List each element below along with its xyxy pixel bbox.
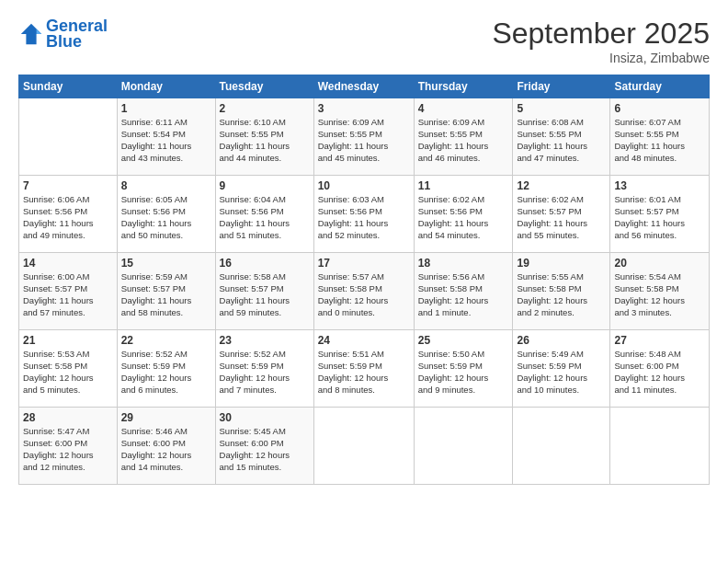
day-number: 11 — [418, 178, 509, 193]
calendar-header-row: SundayMondayTuesdayWednesdayThursdayFrid… — [19, 75, 710, 98]
day-number: 27 — [614, 333, 705, 348]
day-number: 22 — [121, 333, 211, 348]
day-number: 7 — [23, 178, 113, 193]
calendar-cell: 30Sunrise: 5:45 AM Sunset: 6:00 PM Dayli… — [215, 408, 313, 485]
calendar-week-row: 1Sunrise: 6:11 AM Sunset: 5:54 PM Daylig… — [19, 98, 710, 176]
calendar-cell: 10Sunrise: 6:03 AM Sunset: 5:56 PM Dayli… — [313, 176, 414, 253]
day-number: 6 — [614, 101, 705, 116]
day-number: 21 — [23, 333, 113, 348]
day-number: 5 — [517, 101, 606, 116]
calendar-cell: 29Sunrise: 5:46 AM Sunset: 6:00 PM Dayli… — [117, 408, 215, 485]
calendar-week-row: 21Sunrise: 5:53 AM Sunset: 5:58 PM Dayli… — [19, 330, 710, 408]
calendar-cell — [513, 408, 610, 485]
day-number: 18 — [418, 256, 509, 270]
calendar-cell: 13Sunrise: 6:01 AM Sunset: 5:57 PM Dayli… — [610, 176, 710, 253]
day-number: 12 — [517, 178, 606, 193]
day-number: 1 — [121, 101, 211, 116]
day-number: 13 — [614, 178, 705, 193]
logo-text: General Blue — [46, 17, 108, 52]
logo-icon — [18, 21, 44, 47]
calendar-cell: 9Sunrise: 6:04 AM Sunset: 5:56 PM Daylig… — [215, 176, 313, 253]
day-info: Sunrise: 6:07 AM Sunset: 5:55 PM Dayligh… — [614, 117, 705, 164]
calendar-cell: 18Sunrise: 5:56 AM Sunset: 5:58 PM Dayli… — [414, 253, 513, 330]
day-info: Sunrise: 5:53 AM Sunset: 5:58 PM Dayligh… — [23, 349, 113, 396]
calendar-cell: 21Sunrise: 5:53 AM Sunset: 5:58 PM Dayli… — [19, 330, 118, 408]
day-info: Sunrise: 5:52 AM Sunset: 5:59 PM Dayligh… — [121, 349, 211, 396]
page: General Blue September 2025 Insiza, Zimb… — [0, 0, 728, 494]
calendar-cell: 20Sunrise: 5:54 AM Sunset: 5:58 PM Dayli… — [610, 253, 710, 330]
weekday-header-friday: Friday — [513, 75, 610, 98]
calendar-week-row: 14Sunrise: 6:00 AM Sunset: 5:57 PM Dayli… — [19, 253, 710, 330]
day-info: Sunrise: 5:57 AM Sunset: 5:58 PM Dayligh… — [318, 271, 410, 318]
day-info: Sunrise: 5:58 AM Sunset: 5:57 PM Dayligh… — [220, 271, 310, 318]
day-number: 3 — [318, 101, 410, 116]
day-number: 26 — [517, 333, 606, 348]
calendar-cell: 16Sunrise: 5:58 AM Sunset: 5:57 PM Dayli… — [215, 253, 313, 330]
day-number: 4 — [418, 101, 509, 116]
calendar-cell: 26Sunrise: 5:49 AM Sunset: 5:59 PM Dayli… — [513, 330, 610, 408]
day-number: 15 — [121, 256, 211, 270]
day-info: Sunrise: 5:45 AM Sunset: 6:00 PM Dayligh… — [220, 426, 310, 473]
logo: General Blue — [18, 17, 108, 52]
day-number: 20 — [614, 256, 705, 270]
calendar-cell: 22Sunrise: 5:52 AM Sunset: 5:59 PM Dayli… — [117, 330, 215, 408]
day-info: Sunrise: 6:02 AM Sunset: 5:56 PM Dayligh… — [418, 194, 509, 241]
calendar-cell: 28Sunrise: 5:47 AM Sunset: 6:00 PM Dayli… — [19, 408, 118, 485]
weekday-header-tuesday: Tuesday — [215, 75, 313, 98]
day-info: Sunrise: 6:10 AM Sunset: 5:55 PM Dayligh… — [220, 117, 310, 164]
day-info: Sunrise: 6:02 AM Sunset: 5:57 PM Dayligh… — [517, 194, 606, 241]
calendar-cell: 15Sunrise: 5:59 AM Sunset: 5:57 PM Dayli… — [117, 253, 215, 330]
day-number: 8 — [121, 178, 211, 193]
day-info: Sunrise: 5:59 AM Sunset: 5:57 PM Dayligh… — [121, 271, 211, 318]
day-info: Sunrise: 5:47 AM Sunset: 6:00 PM Dayligh… — [23, 426, 113, 473]
title-block: September 2025 Insiza, Zimbabwe — [492, 17, 710, 65]
calendar-table: SundayMondayTuesdayWednesdayThursdayFrid… — [18, 75, 710, 485]
calendar-week-row: 28Sunrise: 5:47 AM Sunset: 6:00 PM Dayli… — [19, 408, 710, 485]
day-info: Sunrise: 5:52 AM Sunset: 5:59 PM Dayligh… — [220, 349, 310, 396]
day-number: 25 — [418, 333, 509, 348]
calendar-cell: 25Sunrise: 5:50 AM Sunset: 5:59 PM Dayli… — [414, 330, 513, 408]
weekday-header-saturday: Saturday — [610, 75, 710, 98]
calendar-cell: 27Sunrise: 5:48 AM Sunset: 6:00 PM Dayli… — [610, 330, 710, 408]
day-number: 17 — [318, 256, 410, 270]
day-info: Sunrise: 5:51 AM Sunset: 5:59 PM Dayligh… — [318, 349, 410, 396]
calendar-cell: 24Sunrise: 5:51 AM Sunset: 5:59 PM Dayli… — [313, 330, 414, 408]
calendar-cell: 23Sunrise: 5:52 AM Sunset: 5:59 PM Dayli… — [215, 330, 313, 408]
day-number: 9 — [220, 178, 310, 193]
calendar-week-row: 7Sunrise: 6:06 AM Sunset: 5:56 PM Daylig… — [19, 176, 710, 253]
weekday-header-monday: Monday — [117, 75, 215, 98]
day-info: Sunrise: 5:54 AM Sunset: 5:58 PM Dayligh… — [614, 271, 705, 318]
calendar-cell: 5Sunrise: 6:08 AM Sunset: 5:55 PM Daylig… — [513, 98, 610, 176]
day-number: 23 — [220, 333, 310, 348]
day-number: 19 — [517, 256, 606, 270]
day-info: Sunrise: 6:01 AM Sunset: 5:57 PM Dayligh… — [614, 194, 705, 241]
calendar-cell: 7Sunrise: 6:06 AM Sunset: 5:56 PM Daylig… — [19, 176, 118, 253]
day-number: 14 — [23, 256, 113, 270]
calendar-cell: 8Sunrise: 6:05 AM Sunset: 5:56 PM Daylig… — [117, 176, 215, 253]
header: General Blue September 2025 Insiza, Zimb… — [18, 17, 710, 65]
day-info: Sunrise: 6:05 AM Sunset: 5:56 PM Dayligh… — [121, 194, 211, 241]
day-number: 29 — [121, 410, 211, 425]
day-info: Sunrise: 5:46 AM Sunset: 6:00 PM Dayligh… — [121, 426, 211, 473]
day-number: 16 — [220, 256, 310, 270]
day-info: Sunrise: 5:49 AM Sunset: 5:59 PM Dayligh… — [517, 349, 606, 396]
calendar-cell: 17Sunrise: 5:57 AM Sunset: 5:58 PM Dayli… — [313, 253, 414, 330]
calendar-cell — [414, 408, 513, 485]
day-info: Sunrise: 5:56 AM Sunset: 5:58 PM Dayligh… — [418, 271, 509, 318]
month-title: September 2025 — [492, 17, 710, 51]
day-info: Sunrise: 6:09 AM Sunset: 5:55 PM Dayligh… — [418, 117, 509, 164]
calendar-cell: 12Sunrise: 6:02 AM Sunset: 5:57 PM Dayli… — [513, 176, 610, 253]
day-info: Sunrise: 6:11 AM Sunset: 5:54 PM Dayligh… — [121, 117, 211, 164]
calendar-cell: 1Sunrise: 6:11 AM Sunset: 5:54 PM Daylig… — [117, 98, 215, 176]
day-number: 2 — [220, 101, 310, 116]
calendar-cell: 19Sunrise: 5:55 AM Sunset: 5:58 PM Dayli… — [513, 253, 610, 330]
calendar-cell — [19, 98, 118, 176]
day-number: 10 — [318, 178, 410, 193]
day-info: Sunrise: 6:03 AM Sunset: 5:56 PM Dayligh… — [318, 194, 410, 241]
day-info: Sunrise: 5:48 AM Sunset: 6:00 PM Dayligh… — [614, 349, 705, 396]
day-info: Sunrise: 6:09 AM Sunset: 5:55 PM Dayligh… — [318, 117, 410, 164]
weekday-header-sunday: Sunday — [19, 75, 118, 98]
calendar-cell — [313, 408, 414, 485]
calendar-cell: 14Sunrise: 6:00 AM Sunset: 5:57 PM Dayli… — [19, 253, 118, 330]
svg-marker-1 — [37, 29, 42, 34]
